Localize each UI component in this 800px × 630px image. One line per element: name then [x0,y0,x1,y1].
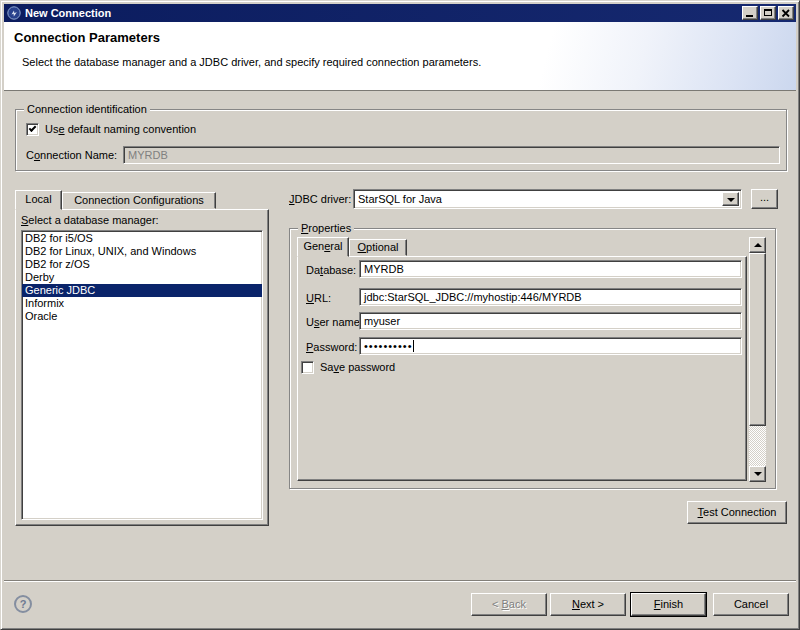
window-controls [742,6,794,20]
password-value: •••••••••• [364,340,413,352]
list-item[interactable]: DB2 for z/OS [22,258,262,271]
page-description: Select the database manager and a JDBC d… [22,56,481,68]
back-button: < Back [471,593,547,616]
tab-local[interactable]: Local [15,190,62,210]
minimize-icon [746,15,753,17]
jdbc-driver-dropdown-button[interactable] [722,192,739,206]
use-default-naming-label: Use default naming convention [45,123,196,136]
scrollbar-thumb[interactable] [749,253,766,426]
jdbc-driver-value: StarSQL for Java [358,192,442,206]
password-label: Password: [306,341,357,354]
arrow-up-icon [754,243,762,247]
save-password-label: Save password [320,361,395,374]
scroll-up-button[interactable] [749,237,766,253]
next-button[interactable]: Next > [550,593,626,616]
minimize-button[interactable] [742,6,758,20]
user-name-label: User name: [306,316,363,329]
list-item[interactable]: DB2 for Linux, UNIX, and Windows [22,245,262,258]
wizard-banner: Connection Parameters Select the databas… [4,22,796,91]
jdbc-driver-label: JDBC driver: [289,193,351,206]
tab-optional[interactable]: Optional [349,239,407,256]
connection-name-input: MYRDB [123,146,780,164]
tab-general[interactable]: General [297,237,349,257]
url-input[interactable]: jdbc:StarSQL_JDBC://myhostip:446/MYRDB [359,288,742,306]
window-title: New Connection [25,7,111,19]
test-connection-button[interactable]: Test Connection [687,501,787,524]
page-title: Connection Parameters [14,30,160,45]
save-password-checkbox[interactable] [301,361,314,374]
text-caret [413,340,414,352]
new-connection-dialog: New Connection Connection Parameters Sel… [0,0,800,630]
use-default-naming-checkbox[interactable] [26,123,39,136]
properties-legend: Properties [298,222,354,235]
help-icon: ? [20,598,27,610]
list-item[interactable]: Informix [22,297,262,310]
maximize-button[interactable] [760,6,776,20]
maximize-icon [764,9,772,16]
list-item[interactable]: DB2 for i5/OS [22,232,262,245]
list-item[interactable]: Derby [22,271,262,284]
password-input[interactable]: •••••••••• [359,337,742,355]
tab-connection-configurations[interactable]: Connection Configurations [62,192,216,209]
close-icon [781,9,791,18]
database-input[interactable]: MYRDB [359,260,742,278]
chevron-down-icon [727,198,735,202]
connection-identification-group: Connection identification Use default na… [15,109,787,171]
check-icon [29,124,37,132]
finish-button[interactable]: Finish [631,593,706,616]
database-manager-list: DB2 for i5/OS DB2 for Linux, UNIX, and W… [21,230,263,520]
list-item-selected[interactable]: Generic JDBC [22,284,262,297]
group-legend: Connection identification [24,103,150,116]
help-button[interactable]: ? [14,595,32,613]
list-item[interactable]: Oracle [22,310,262,323]
select-database-manager-label: Select a database manager: [21,214,159,227]
jdbc-driver-browse-button[interactable]: ... [751,189,778,209]
user-name-input[interactable]: myuser [359,312,742,330]
titlebar: New Connection [4,4,796,22]
url-label: URL: [306,292,331,305]
cancel-button[interactable]: Cancel [713,593,789,616]
properties-scrollbar[interactable] [749,237,766,482]
database-label: Database: [306,264,356,277]
connection-name-label: Connection Name: [26,149,117,162]
app-icon [7,6,21,20]
separator-highlight [4,581,796,582]
close-button[interactable] [778,6,794,20]
arrow-down-icon [754,472,762,476]
scroll-down-button[interactable] [749,466,766,482]
jdbc-driver-combobox[interactable]: StarSQL for Java [353,189,742,209]
